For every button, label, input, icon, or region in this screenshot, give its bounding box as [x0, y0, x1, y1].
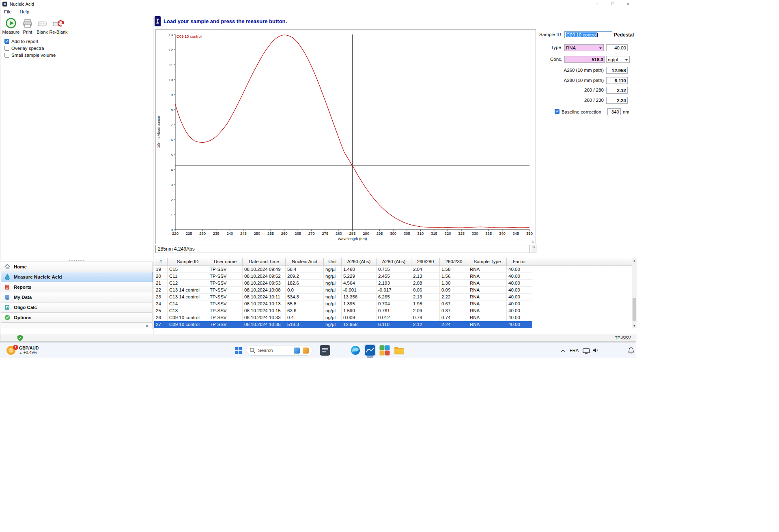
- spectrum-plot[interactable]: 2202252302352402452502552602652702752802…: [156, 30, 536, 244]
- table-row[interactable]: 22C13 14 controlTP-SSV08.10.2024 10:080.…: [154, 287, 532, 294]
- unit-dropdown[interactable]: ng/µl: [606, 56, 630, 63]
- checkbox-small-sample-volume[interactable]: Small sample volume: [4, 53, 56, 58]
- table-header-cell[interactable]: Date and Time: [243, 258, 286, 266]
- table-cell: 0.715: [377, 266, 411, 273]
- table-header-cell[interactable]: Sample ID: [168, 258, 208, 266]
- table-header-cell[interactable]: User name: [208, 258, 243, 266]
- table-cell: 2.08: [411, 280, 440, 287]
- table-cell: TP-SSV: [208, 273, 243, 280]
- baseline-wavelength-field[interactable]: 340: [607, 108, 621, 115]
- svg-text:275: 275: [322, 231, 328, 236]
- type-dropdown[interactable]: RNA: [564, 44, 604, 51]
- table-cell: 0.704: [377, 300, 411, 307]
- table-cell: ng/µl: [324, 307, 342, 314]
- taskbar-widget[interactable]: 1 GBP/AUD ▲ +0.49%: [3, 344, 41, 356]
- nav-expand-button[interactable]: »: [1, 322, 153, 329]
- measure-button[interactable]: Measure: [2, 17, 20, 34]
- chart-collapse-button[interactable]: «: [532, 239, 534, 244]
- sidebar-item-label: Oligo Calc: [14, 305, 37, 310]
- table-scrollbar[interactable]: ▲ ▼: [632, 258, 637, 328]
- task-app-button[interactable]: [319, 344, 331, 356]
- maximize-button[interactable]: □: [605, 0, 620, 8]
- table-row[interactable]: 24C14TP-SSV08.10.2024 10:1355.8ng/µl1.39…: [154, 300, 532, 307]
- table-row[interactable]: 20C11TP-SSV08.10.2024 09:52209.2ng/µl5.2…: [154, 273, 532, 280]
- table-header-cell[interactable]: Nucleic Acid: [286, 258, 324, 266]
- svg-text:7: 7: [171, 122, 173, 127]
- svg-text:10: 10: [168, 77, 173, 82]
- network-cast-icon[interactable]: [583, 348, 590, 355]
- widget-change: +0.49%: [24, 350, 37, 355]
- nucleic-acid-app-button[interactable]: [364, 344, 376, 356]
- tray-chevron-up-icon[interactable]: [561, 350, 565, 354]
- svg-text:10mm Absorbance: 10mm Absorbance: [156, 116, 161, 148]
- app-status-bar: TP-SSV: [0, 334, 637, 341]
- factor-field[interactable]: 40.00: [606, 44, 628, 51]
- instruction-message: Load your sample and press the measure b…: [164, 18, 287, 24]
- table-cell: 22: [154, 287, 168, 294]
- notification-bell-icon[interactable]: [628, 347, 634, 355]
- table-cell: 182.6: [286, 280, 324, 287]
- edge-browser-button[interactable]: [349, 344, 362, 356]
- table-body: 19C15TP-SSV08.10.2024 09:4958.4ng/µl1.46…: [154, 266, 632, 328]
- language-indicator[interactable]: FRA: [570, 348, 579, 353]
- scroll-down-button[interactable]: ▼: [632, 324, 637, 328]
- menu-file[interactable]: File: [0, 9, 15, 14]
- sidebar-item-reports[interactable]: Reports: [1, 282, 153, 292]
- svg-text:240: 240: [226, 231, 233, 236]
- database-icon: [4, 294, 11, 300]
- sidebar-item-my-data[interactable]: My Data: [1, 292, 153, 302]
- table-header-cell[interactable]: Unit: [324, 258, 342, 266]
- table-header-cell[interactable]: Sample Type: [468, 258, 507, 266]
- table-header-cell[interactable]: 260/230: [440, 258, 468, 266]
- table-row[interactable]: 27C09 10 controlTP-SSV08.10.2024 10:3551…: [154, 321, 532, 328]
- table-row[interactable]: 23C13 14 controlTP-SSV08.10.2024 10:1153…: [154, 294, 532, 300]
- start-button[interactable]: [232, 344, 244, 356]
- table-cell: 40.00: [507, 266, 532, 273]
- table-row[interactable]: 26C09 10 controlTP-SSV08.10.2024 10:330.…: [154, 314, 532, 321]
- svg-text:Wavelength (nm): Wavelength (nm): [338, 236, 367, 241]
- close-button[interactable]: ×: [620, 0, 636, 8]
- svg-text:290: 290: [363, 231, 369, 236]
- table-row[interactable]: 21C12TP-SSV08.10.2024 09:53182.6ng/µl4.5…: [154, 280, 532, 287]
- scroll-thumb[interactable]: [633, 298, 636, 321]
- ratio-260-280-label: 260 / 280: [536, 88, 604, 92]
- blank-button-label: Blank: [35, 30, 49, 34]
- blank-button[interactable]: Blank: [35, 17, 49, 34]
- conc-label: Conc.: [536, 57, 562, 62]
- sidebar-item-label: Options: [14, 315, 31, 320]
- table-header-cell[interactable]: #: [154, 258, 168, 266]
- svg-text:300: 300: [390, 231, 396, 236]
- table-row[interactable]: 25C13TP-SSV08.10.2024 10:1563.6ng/µl1.59…: [154, 307, 532, 314]
- results-table: #Sample IDUser nameDate and TimeNucleic …: [154, 258, 632, 328]
- baseline-correction-checkbox[interactable]: [555, 109, 560, 114]
- checkbox-overlay-spectra[interactable]: Overlay spectra: [4, 46, 44, 51]
- a280-value: 6.110: [606, 77, 628, 84]
- sidebar-item-oligo-calc[interactable]: Oligo Calc: [1, 302, 153, 313]
- reblank-button[interactable]: Re-Blank: [49, 17, 68, 34]
- app-button-2[interactable]: [379, 344, 391, 356]
- sidebar-nav: Home Measure Nucleic Acid Reports My Dat…: [1, 262, 153, 329]
- table-header-cell[interactable]: A280 (Abs): [377, 258, 411, 266]
- table-row[interactable]: 19C15TP-SSV08.10.2024 09:4958.4ng/µl1.46…: [154, 266, 532, 273]
- table-header-cell[interactable]: Factor: [507, 258, 532, 266]
- table-header-cell[interactable]: 260/280: [411, 258, 440, 266]
- speaker-icon[interactable]: [592, 348, 599, 355]
- table-cell: 19: [154, 266, 168, 273]
- checkbox-add-to-report[interactable]: Add to report: [4, 39, 38, 44]
- table-cell: 40.00: [507, 300, 532, 307]
- file-explorer-button[interactable]: [393, 344, 405, 356]
- search-highlight-icon: [303, 348, 309, 354]
- menu-help[interactable]: Help: [16, 9, 33, 14]
- scroll-up-button[interactable]: ▲: [632, 258, 637, 263]
- print-button[interactable]: Print: [21, 17, 34, 34]
- sample-id-input[interactable]: C09 10 control: [564, 31, 612, 38]
- table-header-cell[interactable]: A260 (Abs): [342, 258, 377, 266]
- table-cell: 40.00: [507, 287, 532, 294]
- table-cell: 27: [154, 321, 168, 328]
- sidebar-item-measure-nucleic-acid[interactable]: Measure Nucleic Acid: [1, 272, 153, 282]
- taskbar-search[interactable]: Search: [246, 345, 312, 356]
- sidebar-item-options[interactable]: Options: [1, 312, 153, 323]
- readout-expand-button[interactable]: »: [531, 245, 536, 253]
- sidebar-item-home[interactable]: Home: [1, 262, 153, 272]
- minimize-button[interactable]: −: [590, 0, 605, 8]
